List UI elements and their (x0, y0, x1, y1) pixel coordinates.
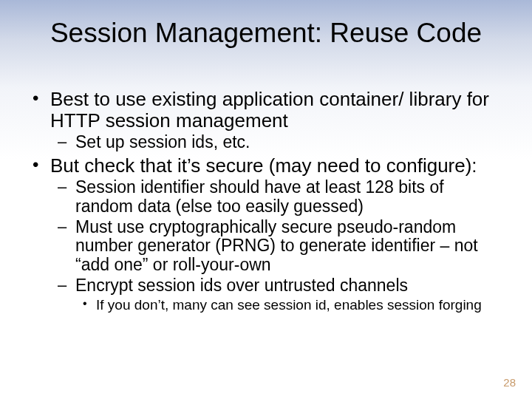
bullet-item: Must use cryptographically secure pseudo… (55, 218, 502, 275)
bullet-item: But check that it’s secure (may need to … (30, 155, 502, 313)
bullet-item: Encrypt session ids over untrusted chann… (55, 276, 502, 313)
slide: Session Management: Reuse Code Best to u… (0, 0, 532, 399)
bullet-text: But check that it’s secure (may need to … (50, 154, 477, 177)
bullet-item: Session identifier should have at least … (55, 178, 502, 216)
bullet-list: Session identifier should have at least … (50, 178, 502, 313)
bullet-item: If you don’t, many can see session id, e… (80, 297, 502, 313)
bullet-text: If you don’t, many can see session id, e… (96, 297, 482, 313)
slide-title: Session Management: Reuse Code (0, 18, 532, 49)
bullet-item: Best to use existing application contain… (30, 89, 502, 152)
bullet-list: Best to use existing application contain… (30, 89, 502, 313)
slide-body: Best to use existing application contain… (30, 89, 502, 316)
bullet-text: Must use cryptographically secure pseudo… (75, 217, 478, 275)
bullet-text: Best to use existing application contain… (50, 88, 489, 132)
bullet-list: If you don’t, many can see session id, e… (75, 297, 502, 313)
bullet-item: Set up session ids, etc. (55, 133, 502, 152)
bullet-text: Encrypt session ids over untrusted chann… (75, 276, 408, 295)
bullet-list: Set up session ids, etc. (50, 133, 502, 152)
bullet-text: Set up session ids, etc. (75, 132, 250, 151)
bullet-text: Session identifier should have at least … (75, 177, 444, 216)
page-number: 28 (503, 376, 516, 389)
